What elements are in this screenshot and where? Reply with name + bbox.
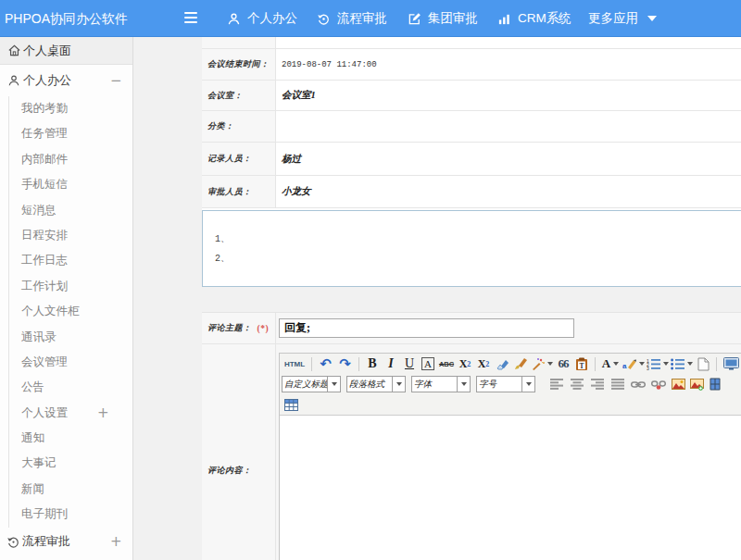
- underline-button[interactable]: U: [400, 355, 419, 372]
- sidebar-subitem[interactable]: 新闻: [9, 477, 124, 502]
- row-value-cell: [276, 111, 741, 142]
- brush-icon[interactable]: [511, 355, 530, 372]
- sidebar-subitem[interactable]: 工作计划: [9, 274, 124, 299]
- italic-button[interactable]: I: [382, 355, 400, 372]
- nav-personal-office[interactable]: 个人办公: [227, 0, 297, 37]
- sidebar: 个人桌面 个人办公 − 我的考勤 任务管理 内部邮件 手机短信 短消息 日程安排…: [0, 37, 133, 560]
- editor-toolbar-row: HTML ↶ ↷ B I U A ABC X2 X2: [282, 354, 741, 374]
- nav-workflow-approval[interactable]: 流程审批: [317, 0, 387, 37]
- sidebar-subitem[interactable]: 短消息: [9, 198, 124, 223]
- table-row-category: 分类：: [202, 111, 741, 143]
- undo-icon[interactable]: ↶: [316, 355, 335, 372]
- plain-paste-button[interactable]: A: [419, 355, 437, 372]
- editor-toolbar-row: [282, 394, 741, 415]
- sidebar-subitem[interactable]: 公告: [9, 375, 124, 400]
- sidebar-item-label: 个人办公: [23, 65, 71, 96]
- align-left-icon[interactable]: [546, 376, 567, 392]
- sidebar-subitem[interactable]: 通知: [9, 426, 124, 451]
- bold-button[interactable]: B: [363, 355, 382, 372]
- table-row-end-time: 会议结束时间： 2019-08-07 11:47:00: [202, 49, 741, 81]
- row-label: 审批人员：: [202, 176, 276, 207]
- heading-select-arrow[interactable]: [328, 376, 341, 392]
- row-value: 小龙女: [282, 185, 311, 198]
- fullscreen-icon[interactable]: [721, 355, 741, 372]
- sidebar-subitem[interactable]: 会议管理: [9, 350, 124, 375]
- link-icon[interactable]: [628, 376, 648, 392]
- expand-plus-sign[interactable]: +: [110, 528, 122, 555]
- media-icon[interactable]: [706, 376, 724, 392]
- sidebar-subitem[interactable]: 工作日志: [9, 248, 124, 273]
- sidebar-item-personal-office[interactable]: 个人办公 −: [0, 65, 132, 96]
- nav-more-apps[interactable]: 更多应用: [588, 0, 663, 37]
- redo-icon[interactable]: ↷: [335, 355, 355, 372]
- row-value-cell: 会议室1: [276, 81, 741, 110]
- sidebar-subitem-personal-settings[interactable]: 个人设置+: [9, 401, 124, 426]
- row-value-cell: [276, 313, 741, 343]
- row-label: 分类：: [202, 111, 276, 142]
- sidebar-subitem[interactable]: 日程安排: [9, 223, 124, 248]
- font-family-arrow[interactable]: [458, 376, 471, 392]
- sidebar-subitem[interactable]: 我的考勤: [9, 96, 124, 121]
- editor-content-area[interactable]: [280, 416, 741, 560]
- sidebar-subitem[interactable]: 手机短信: [9, 172, 124, 197]
- nav-label: 集团审批: [428, 10, 478, 27]
- editor-toolbar-row: 自定义标题 段落格式 字体 字号: [282, 374, 741, 394]
- nav-label: 更多应用: [588, 10, 638, 27]
- row-value-cell: 杨过: [276, 143, 741, 175]
- unlink-icon[interactable]: [648, 376, 669, 392]
- sidebar-subitem[interactable]: 任务管理: [9, 121, 124, 146]
- workflow-icon: [317, 12, 331, 26]
- font-color-button[interactable]: A: [599, 355, 622, 372]
- superscript-button[interactable]: X2: [456, 355, 474, 372]
- comment-subject-input[interactable]: [279, 318, 574, 338]
- meeting-detail-table: 会议结束时间： 2019-08-07 11:47:00 会议室： 会议室1 分类…: [202, 37, 741, 287]
- editor-toolbar: HTML ↶ ↷ B I U A ABC X2 X2: [280, 354, 741, 416]
- align-justify-icon[interactable]: [608, 376, 628, 392]
- sidebar-item-personal-desktop[interactable]: 个人桌面: [0, 37, 132, 65]
- net-image-icon[interactable]: [687, 376, 706, 392]
- ordered-list-icon[interactable]: 123: [646, 355, 670, 372]
- row-value: 杨过: [282, 153, 301, 166]
- nav-crm-system[interactable]: CRM系统: [497, 0, 571, 37]
- menu-toggle-button[interactable]: [184, 12, 199, 25]
- note-line: 1、: [215, 230, 741, 249]
- row-value-cell: 2019-08-07 11:47:00: [276, 49, 741, 80]
- user-icon: [227, 12, 241, 26]
- paragraph-format-arrow[interactable]: [393, 376, 406, 392]
- toolbar-separator: [716, 357, 717, 371]
- heading-select[interactable]: 自定义标题: [282, 376, 328, 392]
- blockquote-button[interactable]: 66: [554, 355, 572, 372]
- table-icon[interactable]: [282, 396, 300, 413]
- row-label: 会议结束时间：: [202, 49, 276, 80]
- required-mark: (*): [257, 324, 270, 333]
- paragraph-format-select[interactable]: 段落格式: [346, 376, 393, 392]
- font-size-arrow[interactable]: [522, 376, 535, 392]
- sidebar-subitem[interactable]: 通讯录: [9, 325, 124, 350]
- expand-plus-sign[interactable]: +: [97, 401, 109, 426]
- sidebar-item-workflow-approval[interactable]: 流程审批 +: [0, 528, 132, 555]
- sidebar-subitem[interactable]: 电子期刊: [9, 502, 124, 527]
- source-code-button[interactable]: HTML: [282, 355, 308, 372]
- new-page-icon[interactable]: [694, 355, 712, 372]
- row-label: 记录人员：: [202, 143, 276, 175]
- font-size-select[interactable]: 字号: [476, 376, 522, 392]
- image-icon[interactable]: [669, 376, 687, 392]
- collapse-minus-sign[interactable]: −: [110, 65, 122, 96]
- svg-text:3: 3: [647, 366, 649, 370]
- format-wand-icon[interactable]: [530, 355, 554, 372]
- paste-text-icon[interactable]: T: [572, 355, 591, 372]
- highlight-pen-icon[interactable]: a: [622, 355, 646, 372]
- table-row-meeting-room: 会议室： 会议室1: [202, 81, 741, 111]
- sidebar-subitem[interactable]: 内部邮件: [9, 147, 124, 172]
- unordered-list-icon[interactable]: [670, 355, 694, 372]
- subscript-button[interactable]: X2: [474, 355, 493, 372]
- align-right-icon[interactable]: [587, 376, 608, 392]
- nav-group-approval[interactable]: 集团审批: [408, 0, 478, 37]
- app-logo: PHPOA协同办公软件: [5, 0, 128, 37]
- align-center-icon[interactable]: [567, 376, 587, 392]
- sidebar-subitem[interactable]: 个人文件柜: [9, 299, 124, 324]
- sidebar-subitem[interactable]: 大事记: [9, 451, 124, 476]
- eraser-icon[interactable]: [493, 355, 511, 372]
- strikethrough-button[interactable]: ABC: [437, 355, 456, 372]
- font-family-select[interactable]: 字体: [411, 376, 458, 392]
